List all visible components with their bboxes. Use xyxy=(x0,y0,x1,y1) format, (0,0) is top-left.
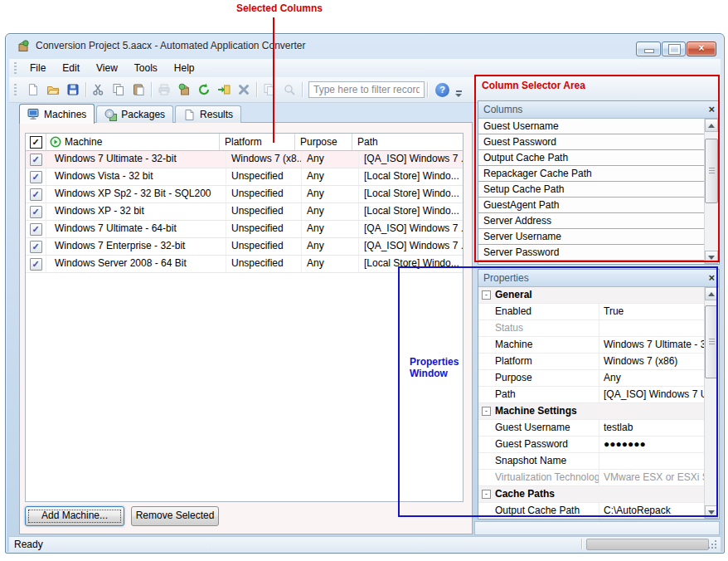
checkbox-check-icon: ✓ xyxy=(32,138,39,147)
column-header-platform[interactable]: Platform xyxy=(220,134,295,150)
tab-label: Results xyxy=(200,109,233,120)
cell-machine: Windows 7 Ultimate - 64-bit xyxy=(46,221,226,237)
row-checkbox[interactable]: ✓ xyxy=(26,186,46,202)
cell-path: [QA_ISO] Windows 7 ... xyxy=(359,221,463,237)
cut-icon[interactable] xyxy=(89,80,109,100)
duplicate-icon[interactable] xyxy=(260,80,279,100)
cell-platform: Unspecified xyxy=(226,186,302,202)
cell-path: [QA_ISO] Windows 7 ... xyxy=(359,238,463,255)
cell-machine: Windows Server 2008 - 64 Bit xyxy=(46,256,226,272)
toolbar-separator xyxy=(302,82,303,97)
table-row[interactable]: ✓Windows XP - 32 bitUnspecifiedAny[Local… xyxy=(26,203,463,221)
table-row[interactable]: ✓Windows Vista - 32 bitUnspecifiedAny[Lo… xyxy=(26,168,463,186)
toolbar-grip-icon[interactable] xyxy=(14,84,17,95)
menu-view[interactable]: View xyxy=(90,61,124,76)
machines-tab-icon xyxy=(27,108,40,120)
annotation-column-selector-label: Column Selector Area xyxy=(482,80,585,91)
column-header-path[interactable]: Path xyxy=(352,134,463,150)
minimize-button[interactable] xyxy=(636,41,661,56)
packages-tab-icon xyxy=(104,109,117,121)
column-header-label: Purpose xyxy=(300,136,337,148)
resize-grip-icon[interactable] xyxy=(708,540,717,549)
column-header-purpose[interactable]: Purpose xyxy=(295,134,352,150)
column-header-label: Path xyxy=(357,136,378,148)
table-row[interactable]: ✓Windows 7 Ultimate - 64-bitUnspecifiedA… xyxy=(26,221,463,238)
row-checkbox[interactable]: ✓ xyxy=(26,256,46,272)
titlebar[interactable]: Conversion Project 5.aacx - Automated Ap… xyxy=(6,34,724,57)
table-row[interactable]: ✓Windows 7 Ultimate - 32-bitWindows 7 (x… xyxy=(26,151,463,168)
checkbox-check-icon: ✓ xyxy=(32,190,39,199)
table-row[interactable]: ✓Windows Server 2008 - 64 BitUnspecified… xyxy=(26,256,463,273)
cell-path: [Local Store] Windo... xyxy=(359,168,463,185)
menu-edit[interactable]: Edit xyxy=(56,61,86,76)
row-checkbox[interactable]: ✓ xyxy=(26,151,46,168)
column-header-machine[interactable]: Machine xyxy=(46,134,220,150)
tab-machines[interactable]: Machines xyxy=(19,104,95,124)
run-icon[interactable] xyxy=(214,80,234,100)
tab-packages[interactable]: Packages xyxy=(96,105,173,123)
row-checkbox[interactable]: ✓ xyxy=(26,221,46,237)
window-title: Conversion Project 5.aacx - Automated Ap… xyxy=(36,40,306,51)
cell-purpose: Any xyxy=(302,238,359,255)
row-checkbox[interactable]: ✓ xyxy=(26,168,46,185)
save-icon[interactable] xyxy=(63,80,83,100)
new-icon[interactable] xyxy=(23,80,43,100)
toolbar-separator xyxy=(256,82,257,97)
column-header-label: Machine xyxy=(65,136,102,148)
open-icon[interactable] xyxy=(43,80,63,100)
chevron-down-icon xyxy=(455,94,462,97)
menubar-grip-icon[interactable] xyxy=(14,62,17,74)
page: Conversion Project 5.aacx - Automated Ap… xyxy=(0,0,728,561)
delete-icon[interactable] xyxy=(234,80,254,100)
toolbar-separator xyxy=(85,82,86,97)
checkbox-check-icon: ✓ xyxy=(32,260,39,269)
copy-icon[interactable] xyxy=(109,80,129,100)
select-all-checkbox[interactable]: ✓ xyxy=(26,134,46,150)
menu-tools[interactable]: Tools xyxy=(128,61,164,76)
cell-purpose: Any xyxy=(302,151,359,168)
close-button[interactable]: × xyxy=(687,41,716,56)
cell-machine: Windows XP Sp2 - 32 Bit - SQL200 xyxy=(46,186,226,202)
annotation-properties-window-label: Properties Window xyxy=(410,356,459,379)
table-row[interactable]: ✓Windows XP Sp2 - 32 Bit - SQL200Unspeci… xyxy=(26,186,463,203)
annotation-selected-columns-label: Selected Columns xyxy=(236,2,323,14)
progress-well xyxy=(586,539,709,550)
maximize-button[interactable] xyxy=(662,41,686,56)
remove-selected-button[interactable]: Remove Selected xyxy=(131,506,219,526)
cell-platform: Unspecified xyxy=(226,168,302,185)
help-icon[interactable]: ? xyxy=(435,83,449,97)
cell-machine: Windows 7 Ultimate - 32-bit xyxy=(46,151,226,168)
cell-purpose: Any xyxy=(302,256,359,272)
package-icon[interactable] xyxy=(174,80,194,100)
table-row[interactable]: ✓Windows 7 Enterprise - 32-bitUnspecifie… xyxy=(26,238,463,256)
checkbox-check-icon: ✓ xyxy=(32,225,39,234)
run-status-icon xyxy=(50,136,61,148)
tab-results[interactable]: Results xyxy=(175,105,241,123)
status-text: Ready xyxy=(14,539,43,550)
status-bar: Ready xyxy=(9,536,721,552)
row-checkbox[interactable]: ✓ xyxy=(26,203,46,220)
menu-help[interactable]: Help xyxy=(167,61,201,76)
toolbar-separator xyxy=(427,82,428,97)
refresh-icon[interactable] xyxy=(194,80,214,100)
menu-file[interactable]: File xyxy=(23,61,52,76)
cell-path: [QA_ISO] Windows 7 ... xyxy=(359,151,463,168)
filter-input[interactable] xyxy=(308,81,425,98)
checkbox-check-icon: ✓ xyxy=(32,207,39,217)
paste-icon[interactable] xyxy=(129,80,148,100)
annotation-properties-rect xyxy=(398,266,718,517)
cell-platform: Unspecified xyxy=(226,203,302,220)
cell-platform: Unspecified xyxy=(226,256,302,272)
dock-bottom-strip xyxy=(474,521,720,535)
annotation-pointer-line xyxy=(273,17,274,143)
tab-label: Packages xyxy=(121,109,165,120)
add-machine-button[interactable]: Add Machine... xyxy=(25,506,124,526)
cell-path: [Local Store] Windo... xyxy=(359,203,463,220)
search-icon[interactable] xyxy=(279,80,299,100)
cell-purpose: Any xyxy=(302,221,359,237)
checkbox-check-icon: ✓ xyxy=(32,173,39,182)
print-icon[interactable] xyxy=(154,80,174,100)
app-icon xyxy=(17,39,30,52)
toolbar-overflow-button[interactable] xyxy=(453,79,464,101)
row-checkbox[interactable]: ✓ xyxy=(26,238,46,255)
